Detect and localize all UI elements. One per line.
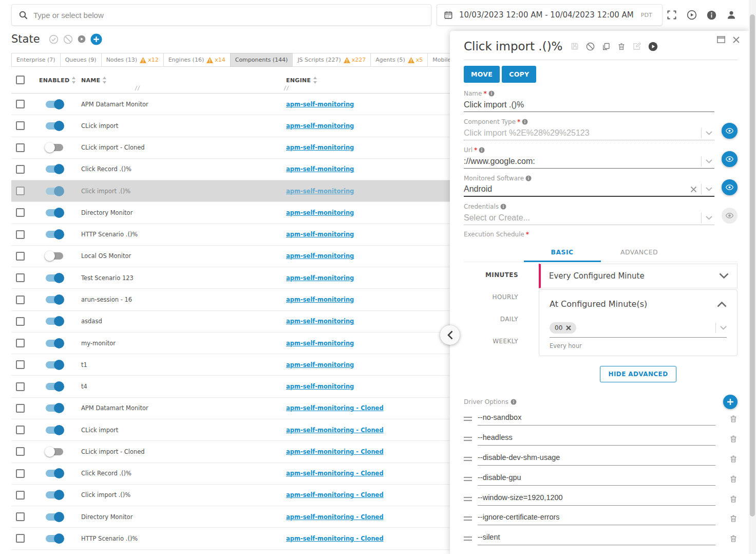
row-checkbox[interactable] bbox=[16, 121, 25, 130]
enable-all-button[interactable] bbox=[49, 34, 59, 44]
menu-item-weekly[interactable]: WEEKLY bbox=[464, 330, 539, 352]
engine-link[interactable]: apm-self-monitoring bbox=[286, 340, 354, 347]
enabled-toggle[interactable] bbox=[46, 448, 63, 455]
enabled-toggle[interactable] bbox=[46, 252, 63, 260]
row-checkbox[interactable] bbox=[16, 317, 25, 326]
add-driver-option-button[interactable] bbox=[723, 395, 738, 409]
enabled-toggle[interactable] bbox=[46, 122, 63, 130]
enabled-toggle[interactable] bbox=[46, 491, 63, 498]
name-input[interactable] bbox=[464, 100, 714, 109]
delete-option-button[interactable] bbox=[729, 414, 738, 423]
component-tab[interactable]: Agents (5) x5 bbox=[370, 53, 428, 67]
enabled-toggle[interactable] bbox=[46, 361, 63, 368]
enabled-toggle[interactable] bbox=[46, 101, 63, 108]
component-tab[interactable]: JS Scripts (227) x227 bbox=[292, 53, 371, 67]
enabled-toggle[interactable] bbox=[46, 470, 63, 477]
drag-handle-icon[interactable] bbox=[464, 496, 472, 502]
column-resize-handle[interactable] bbox=[284, 86, 289, 90]
chevron-down-icon[interactable] bbox=[720, 326, 727, 330]
chevron-down-icon[interactable] bbox=[706, 159, 712, 163]
move-button[interactable]: MOVE bbox=[464, 66, 500, 83]
engine-link[interactable]: apm-self-monitoring bbox=[286, 188, 354, 195]
enabled-toggle[interactable] bbox=[46, 144, 63, 151]
engine-link[interactable]: apm-self-monitoring - Cloned bbox=[286, 427, 384, 434]
delete-option-button[interactable] bbox=[729, 534, 738, 543]
delete-icon[interactable] bbox=[617, 42, 626, 51]
driver-option-input[interactable] bbox=[478, 512, 715, 525]
drag-handle-icon[interactable] bbox=[464, 476, 472, 482]
driver-option-input[interactable] bbox=[478, 472, 715, 486]
column-header-name[interactable]: NAME bbox=[81, 77, 107, 84]
row-checkbox[interactable] bbox=[16, 208, 25, 217]
row-checkbox[interactable] bbox=[16, 273, 25, 282]
delete-option-button[interactable] bbox=[729, 514, 738, 523]
drag-handle-icon[interactable] bbox=[464, 456, 472, 461]
page-scrollbar[interactable] bbox=[749, 0, 756, 554]
clear-icon[interactable] bbox=[690, 186, 697, 193]
row-checkbox[interactable] bbox=[16, 252, 25, 261]
drag-handle-icon[interactable] bbox=[464, 536, 472, 541]
maximize-panel-button[interactable] bbox=[717, 36, 725, 43]
row-checkbox[interactable] bbox=[16, 296, 25, 304]
configured-minutes-header[interactable]: At Configured Minute(s) bbox=[550, 299, 727, 309]
component-tab[interactable]: Queues (9) bbox=[60, 53, 102, 67]
engine-link[interactable]: apm-self-monitoring - Cloned bbox=[286, 470, 384, 477]
enabled-toggle[interactable] bbox=[46, 296, 63, 303]
disable-icon[interactable] bbox=[586, 42, 595, 51]
engine-link[interactable]: apm-self-monitoring - Cloned bbox=[286, 535, 384, 542]
show-value-button[interactable] bbox=[722, 151, 738, 167]
show-value-button[interactable] bbox=[722, 208, 738, 224]
enabled-toggle[interactable] bbox=[46, 404, 63, 412]
enabled-toggle[interactable] bbox=[46, 274, 63, 282]
engine-link[interactable]: apm-self-monitoring bbox=[286, 209, 354, 216]
copy-button[interactable]: COPY bbox=[502, 66, 536, 83]
scrollbar-thumb[interactable] bbox=[750, 14, 755, 516]
row-checkbox[interactable] bbox=[16, 339, 25, 347]
delete-option-button[interactable] bbox=[729, 474, 738, 484]
engine-link[interactable]: apm-self-monitoring - Cloned bbox=[286, 404, 384, 412]
delete-option-button[interactable] bbox=[729, 454, 738, 464]
drag-handle-icon[interactable] bbox=[464, 416, 472, 421]
engine-link[interactable]: apm-self-monitoring - Cloned bbox=[286, 448, 384, 455]
date-range-picker[interactable]: 10/03/2023 12:00 AM - 10/04/2023 12:00 A… bbox=[437, 4, 663, 26]
enabled-toggle[interactable] bbox=[46, 209, 63, 216]
engine-link[interactable]: apm-self-monitoring bbox=[286, 231, 354, 238]
menu-item-minutes[interactable]: MINUTES bbox=[464, 264, 539, 286]
tab-advanced[interactable]: ADVANCED bbox=[601, 244, 678, 262]
credentials-input[interactable] bbox=[464, 213, 714, 223]
drag-handle-icon[interactable] bbox=[464, 436, 472, 441]
engine-link[interactable]: apm-self-monitoring bbox=[286, 144, 354, 151]
chevron-down-icon[interactable] bbox=[706, 187, 712, 191]
user-button[interactable] bbox=[726, 10, 736, 20]
fullscreen-button[interactable] bbox=[667, 10, 677, 20]
menu-item-daily[interactable]: DAILY bbox=[464, 308, 539, 330]
enabled-toggle[interactable] bbox=[46, 318, 63, 325]
driver-option-input[interactable] bbox=[478, 452, 715, 466]
engine-link[interactable]: apm-self-monitoring bbox=[286, 361, 354, 368]
delete-option-button[interactable] bbox=[729, 494, 738, 504]
row-checkbox[interactable] bbox=[16, 469, 25, 478]
show-value-button[interactable] bbox=[722, 123, 738, 139]
component-type-input[interactable] bbox=[464, 128, 714, 138]
add-component-button[interactable] bbox=[90, 33, 102, 45]
component-tab[interactable]: Enterprise (7) bbox=[11, 53, 61, 67]
select-all-checkbox[interactable] bbox=[16, 76, 25, 84]
enabled-toggle[interactable] bbox=[46, 340, 63, 347]
monitored-software-input[interactable] bbox=[464, 184, 714, 194]
engine-link[interactable]: apm-self-monitoring bbox=[286, 122, 354, 130]
row-checkbox[interactable] bbox=[16, 512, 25, 521]
column-header-engine[interactable]: ENGINE bbox=[286, 77, 317, 84]
enabled-toggle[interactable] bbox=[46, 188, 63, 195]
enabled-toggle[interactable] bbox=[46, 231, 63, 238]
engine-link[interactable]: apm-self-monitoring bbox=[286, 274, 354, 282]
row-checkbox[interactable] bbox=[16, 143, 25, 152]
duplicate-icon[interactable] bbox=[602, 42, 610, 51]
save-icon[interactable] bbox=[571, 42, 579, 50]
row-checkbox[interactable] bbox=[16, 187, 25, 195]
run-all-button[interactable] bbox=[78, 35, 86, 43]
row-checkbox[interactable] bbox=[16, 447, 25, 456]
row-checkbox[interactable] bbox=[16, 165, 25, 174]
minutes-multiselect[interactable]: 00 bbox=[550, 322, 727, 338]
component-tab[interactable]: Engines (16) x14 bbox=[163, 53, 231, 67]
chevron-down-icon[interactable] bbox=[706, 131, 712, 135]
